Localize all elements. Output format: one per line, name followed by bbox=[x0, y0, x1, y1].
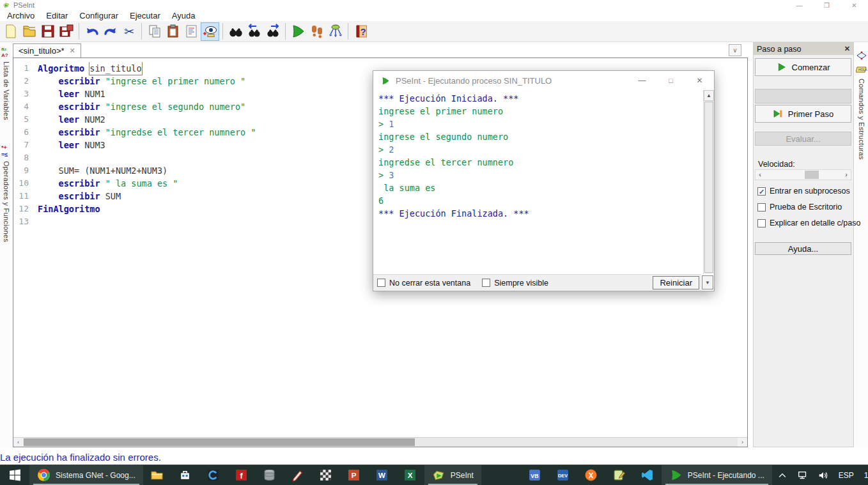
left-tab-operators[interactable]: Operadores y Funciones bbox=[3, 161, 10, 242]
editor-horizontal-scrollbar[interactable]: ‹ › bbox=[13, 437, 747, 447]
left-tab-variables[interactable]: Lista de Variables bbox=[3, 61, 10, 120]
line-number: 7 bbox=[13, 139, 38, 151]
slider-right-icon[interactable]: › bbox=[842, 170, 851, 180]
minimize-icon[interactable]: — bbox=[786, 0, 813, 10]
find-prev-button[interactable] bbox=[245, 22, 263, 41]
console-scroll-down-icon[interactable]: ▼ bbox=[702, 275, 713, 289]
close-icon[interactable]: ✕ bbox=[841, 0, 868, 10]
slider-left-icon[interactable]: ‹ bbox=[756, 170, 764, 180]
task-explorer[interactable] bbox=[143, 465, 171, 485]
task-vscode[interactable] bbox=[633, 465, 662, 485]
task-xampp[interactable]: ꓫ bbox=[577, 465, 605, 485]
checkbox-icon[interactable] bbox=[757, 219, 766, 227]
tab-close-icon[interactable]: ✕ bbox=[70, 47, 75, 55]
menu-item-editar[interactable]: Editar bbox=[40, 11, 74, 20]
network-icon[interactable] bbox=[793, 470, 813, 481]
slider-thumb[interactable] bbox=[805, 171, 819, 179]
line-number: 6 bbox=[13, 126, 38, 139]
task-store[interactable] bbox=[171, 465, 199, 485]
exec-close-icon[interactable]: ✕ bbox=[685, 71, 714, 90]
exec-checkbox-1[interactable]: Siempre visible bbox=[482, 279, 548, 288]
evaluar-label: Evaluar... bbox=[786, 134, 820, 144]
find-button[interactable] bbox=[226, 22, 245, 41]
task-pen[interactable] bbox=[284, 465, 312, 485]
redo-button[interactable] bbox=[101, 22, 120, 41]
velocidad-slider[interactable]: ‹ › bbox=[755, 169, 851, 180]
cut-button[interactable]: ✂ bbox=[120, 22, 138, 41]
checkbox-icon[interactable] bbox=[757, 203, 766, 212]
task-chrome[interactable]: Sistema GNet - Goog... bbox=[29, 465, 143, 485]
line-number: 8 bbox=[13, 151, 38, 164]
ayuda-button[interactable]: Ayuda... bbox=[755, 242, 851, 255]
taskbar-gap bbox=[481, 465, 521, 485]
clock[interactable]: 10:16 bbox=[859, 471, 868, 480]
comenzar-button[interactable]: Comenzar bbox=[755, 58, 851, 76]
status-bar: La ejecución ha finalizado sin errores. bbox=[0, 449, 868, 465]
start-button[interactable] bbox=[0, 465, 29, 485]
scroll-left-icon[interactable]: ‹ bbox=[13, 438, 23, 447]
notepad-icon bbox=[612, 468, 626, 482]
task-excel[interactable]: X bbox=[396, 465, 424, 485]
open-file-button[interactable] bbox=[20, 22, 38, 41]
exec-maximize-icon[interactable]: □ bbox=[656, 71, 685, 90]
restore-icon[interactable]: ❐ bbox=[813, 0, 841, 10]
task-powerpoint[interactable]: P bbox=[340, 465, 368, 485]
task-pseint-run[interactable]: PSeInt - Ejecutando ... bbox=[662, 465, 772, 485]
help-button[interactable]: ? bbox=[352, 22, 370, 41]
tray-chevron-up-icon[interactable] bbox=[772, 470, 793, 481]
task-blue-app[interactable] bbox=[199, 465, 228, 485]
exec-checkbox-0[interactable]: No cerrar esta ventana bbox=[377, 279, 470, 288]
task-pseint[interactable]: PSeInt bbox=[424, 465, 481, 485]
flowchart-button[interactable] bbox=[326, 22, 345, 41]
line-number: 5 bbox=[13, 113, 38, 126]
menu-item-configurar[interactable]: Configurar bbox=[74, 11, 124, 20]
tab-sin-titulo[interactable]: <sin_titulo>* ✕ bbox=[13, 43, 81, 58]
panel-checkbox-2[interactable]: Explicar en detalle c/paso bbox=[757, 219, 860, 227]
primer-paso-button[interactable]: Primer Paso bbox=[755, 105, 851, 123]
task-notepad[interactable] bbox=[605, 465, 633, 485]
velocidad-label: Velocidad: bbox=[758, 160, 795, 169]
menu-item-ayuda[interactable]: Ayuda bbox=[166, 11, 201, 20]
console-scrollbar-thumb[interactable] bbox=[704, 102, 713, 273]
task-checkered[interactable] bbox=[312, 465, 340, 485]
find-next-button[interactable] bbox=[263, 22, 282, 41]
line-number: 2 bbox=[13, 75, 38, 88]
console-scroll-up-icon[interactable]: ▲ bbox=[704, 90, 714, 101]
undo-button[interactable] bbox=[82, 22, 101, 41]
checkbox-icon[interactable] bbox=[482, 279, 490, 287]
checkbox-icon[interactable] bbox=[377, 279, 385, 287]
language-indicator[interactable]: ESP bbox=[833, 471, 859, 480]
exec-minimize-icon[interactable]: — bbox=[628, 71, 656, 90]
save-button[interactable] bbox=[38, 22, 57, 41]
panel-checkbox-1[interactable]: Prueba de Escritorio bbox=[757, 203, 842, 212]
task-database[interactable] bbox=[256, 465, 284, 485]
panel-checkbox-0[interactable]: ✓Entrar en subprocesos bbox=[757, 187, 850, 196]
menu-item-ejecutar[interactable]: Ejecutar bbox=[124, 11, 166, 20]
tab-list-dropdown[interactable]: ∨ bbox=[729, 44, 741, 56]
panel-close-icon[interactable]: ✕ bbox=[844, 45, 850, 53]
save-as-button[interactable] bbox=[57, 22, 75, 41]
console-scrollbar[interactable]: ▲ bbox=[703, 90, 714, 274]
task-vb[interactable]: VB bbox=[521, 465, 549, 485]
syntax-button[interactable] bbox=[182, 22, 201, 41]
run-button[interactable] bbox=[289, 22, 307, 41]
paste-button[interactable] bbox=[164, 22, 182, 41]
speaker-icon[interactable] bbox=[813, 470, 833, 481]
task-flash[interactable]: f bbox=[228, 465, 256, 485]
scroll-right-icon[interactable]: › bbox=[738, 438, 747, 447]
exec-console[interactable]: *** Ejecución Iniciada. ***ingrese el pr… bbox=[373, 90, 703, 274]
task-dev[interactable]: DEV bbox=[549, 465, 577, 485]
console-line: *** Ejecución Finalizada. *** bbox=[378, 207, 698, 220]
task-word[interactable]: W bbox=[368, 465, 396, 485]
svg-text:X: X bbox=[408, 472, 413, 479]
reiniciar-button[interactable]: Reiniciar bbox=[653, 276, 699, 289]
checkbox-icon[interactable]: ✓ bbox=[757, 187, 766, 196]
menu-item-archivo[interactable]: Archivo bbox=[1, 11, 40, 20]
scrollbar-thumb[interactable] bbox=[24, 438, 415, 446]
new-file-button[interactable] bbox=[1, 22, 20, 41]
right-tab-comandos[interactable]: Comandos y Estructuras bbox=[858, 79, 865, 160]
copy-button[interactable] bbox=[145, 22, 164, 41]
status-text: La ejecución ha finalizado sin errores. bbox=[0, 452, 161, 463]
step-run-button[interactable] bbox=[307, 22, 326, 41]
step-view-button[interactable] bbox=[201, 22, 219, 41]
